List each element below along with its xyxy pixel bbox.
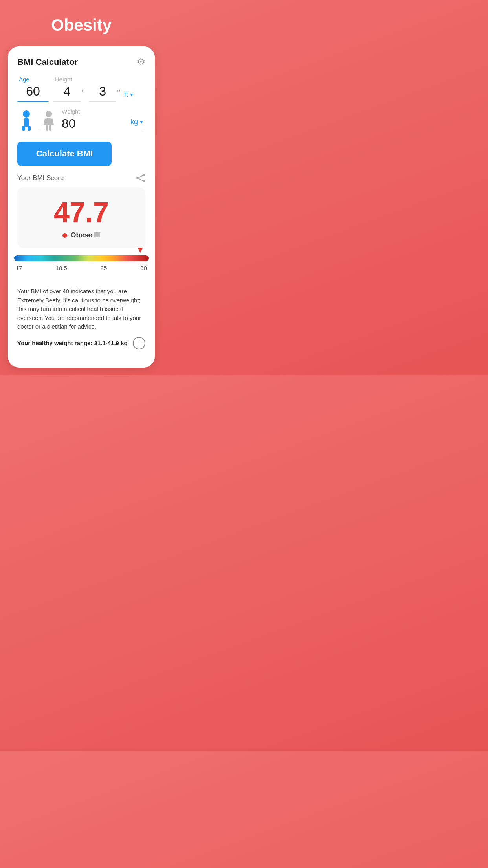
bmi-category: Obese III — [33, 231, 130, 239]
svg-point-4 — [46, 111, 52, 117]
gauge-label-17: 17 — [16, 265, 22, 271]
main-card: BMI Calculator ⚙ Age 60 Height 4 ' 3 — [8, 46, 155, 368]
bmi-category-dot — [62, 233, 67, 238]
height-inches-value[interactable]: 3 — [89, 84, 116, 100]
gender-divider — [38, 110, 38, 130]
svg-rect-6 — [49, 125, 51, 131]
female-icon[interactable] — [42, 110, 55, 131]
height-unit-selector[interactable]: ft ▼ — [124, 90, 134, 99]
gauge-section: ▼ 17 18.5 25 30 — [8, 248, 155, 276]
description-section: Your BMI of over 40 indicates that you a… — [8, 281, 155, 356]
age-field-group: Age 60 — [17, 76, 49, 102]
height-feet-group: 4 — [53, 84, 81, 102]
gauge-bar-container: ▼ — [14, 255, 149, 261]
card-header: BMI Calculator ⚙ — [17, 56, 145, 68]
gauge-label-25: 25 — [101, 265, 107, 271]
weight-section: Weight 80 kg ▼ — [62, 108, 144, 132]
weight-value[interactable]: 80 — [62, 116, 76, 131]
bmi-category-text: Obese III — [70, 231, 100, 239]
bmi-score-header: Your BMI Score — [17, 174, 145, 182]
age-label: Age — [17, 76, 29, 83]
info-icon[interactable]: i — [133, 337, 145, 349]
svg-rect-3 — [28, 126, 31, 131]
info-icon-glyph: i — [138, 340, 140, 347]
feet-sep: ' — [81, 88, 84, 98]
card-title: BMI Calculator — [17, 57, 78, 67]
height-label: Height — [53, 76, 72, 83]
weight-unit-arrow: ▼ — [139, 120, 144, 125]
calculate-bmi-button[interactable]: Calculate BMI — [17, 142, 112, 166]
male-icon[interactable] — [19, 110, 34, 131]
healthy-weight-text: Your healthy weight range: 31.1-41.9 kg — [17, 340, 128, 346]
gauge-labels: 17 18.5 25 30 — [14, 265, 149, 271]
description-text: Your BMI of over 40 indicates that you a… — [17, 287, 145, 331]
age-value[interactable]: 60 — [19, 84, 47, 100]
bmi-score-label: Your BMI Score — [17, 174, 64, 182]
gauge-bar — [14, 255, 149, 261]
height-feet-underline — [53, 101, 81, 102]
svg-rect-1 — [24, 118, 29, 127]
svg-line-10 — [138, 175, 144, 178]
gender-weight-row: Weight 80 kg ▼ — [17, 108, 145, 132]
bmi-number: 47.7 — [33, 198, 130, 226]
bmi-score-card: 47.7 Obese III — [17, 187, 145, 248]
gauge-label-30: 30 — [140, 265, 147, 271]
gauge-arrow: ▼ — [136, 245, 145, 255]
fields-row: Age 60 Height 4 ' 3 " — [17, 76, 145, 102]
svg-line-11 — [138, 178, 144, 181]
height-feet-value[interactable]: 4 — [53, 84, 81, 100]
weight-underline — [62, 132, 144, 132]
weight-label: Weight — [62, 108, 80, 115]
weight-unit-selector[interactable]: kg ▼ — [130, 118, 144, 126]
weight-unit-text: kg — [130, 118, 138, 126]
height-unit-arrow: ▼ — [129, 92, 134, 97]
share-icon[interactable] — [136, 174, 145, 182]
weight-row: 80 kg ▼ — [62, 116, 144, 131]
age-underline — [17, 101, 49, 102]
gauge-label-185: 18.5 — [56, 265, 67, 271]
svg-point-0 — [23, 110, 30, 118]
height-unit-text: ft — [124, 90, 128, 99]
svg-rect-5 — [46, 125, 48, 131]
page-title: Obesity — [51, 0, 112, 46]
settings-icon[interactable]: ⚙ — [136, 56, 145, 68]
height-inches-group: 3 — [89, 84, 116, 102]
svg-rect-2 — [22, 126, 25, 131]
healthy-weight-row: Your healthy weight range: 31.1-41.9 kg … — [17, 337, 145, 349]
height-inches-underline — [89, 101, 116, 102]
inches-sep: " — [116, 88, 121, 98]
gender-icons — [19, 110, 55, 131]
